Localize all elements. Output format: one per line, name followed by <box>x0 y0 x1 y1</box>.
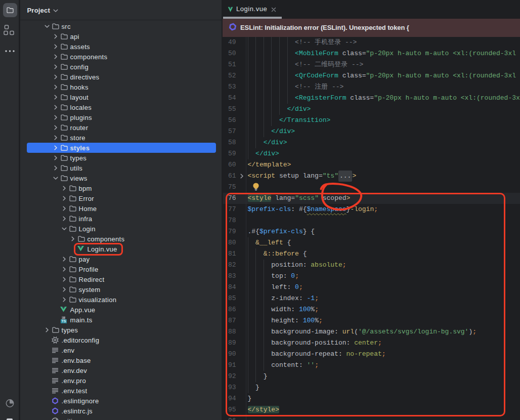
svg-text:TS: TS <box>61 319 66 323</box>
